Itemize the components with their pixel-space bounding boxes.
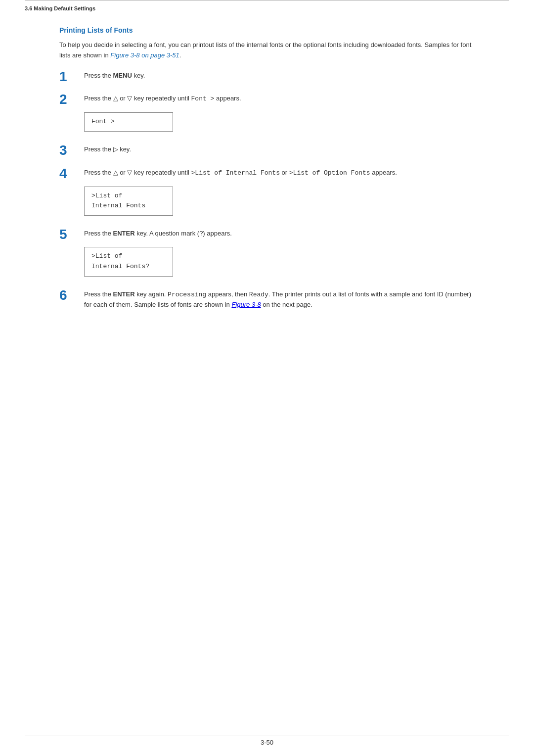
section-title: Printing Lists of Fonts [59,26,475,34]
step-3-content: Press the ▷ key. [84,144,475,159]
step-5-display-box: >List of Internal Fonts? [84,247,173,277]
content-area: Printing Lists of Fonts To help you deci… [59,26,475,314]
section-label: 3.6 Making Default Settings [25,5,95,11]
step-5-display-line-2: Internal Fonts? [91,262,166,272]
step-6-content: Press the ENTER key again. Processing ap… [84,289,475,315]
intro-paragraph: To help you decide in selecting a font, … [59,40,475,61]
step-1-content: Press the MENU key. [84,71,475,85]
step-4-mono1: >List of Internal Fonts [191,169,280,177]
intro-text-after: . [179,51,181,59]
step-5-number: 5 [59,228,84,241]
step-5-content: Press the ENTER key. A question mark (?)… [84,229,475,280]
steps-container: 1 Press the MENU key. 2 Press the △ or ▽… [59,71,475,315]
step-4-row: 4 Press the △ or ▽ key repeatedly until … [59,168,475,220]
step-3-text: Press the ▷ key. [84,144,475,155]
step-6-number: 6 [59,288,84,302]
step-2-number: 2 [59,93,84,106]
step-4-mono2: >List of Option Fonts [289,169,370,177]
page-number: 3-50 [0,739,534,746]
step-2-mono: Font > [191,95,215,102]
step-4-display-line-1: >List of [91,191,166,201]
step-1-number: 1 [59,70,84,84]
step-4-number: 4 [59,167,84,181]
step-6-row: 6 Press the ENTER key again. Processing … [59,289,475,315]
step-1-text: Press the MENU key. [84,71,475,81]
figure-link-intro[interactable]: Figure 3-8 on page 3-51 [110,51,179,59]
top-rule [25,0,509,5]
step-6-bold: ENTER [113,290,135,298]
step-4-text: Press the △ or ▽ key repeatedly until >L… [84,168,475,179]
step-4-display-box: >List of Internal Fonts [84,187,173,216]
step-1-row: 1 Press the MENU key. [59,71,475,85]
page-container: 3.6 Making Default Settings Printing Lis… [0,0,534,756]
step-5-bold: ENTER [113,230,135,237]
step-4-content: Press the △ or ▽ key repeatedly until >L… [84,168,475,220]
step-2-text: Press the △ or ▽ key repeatedly until Fo… [84,94,475,104]
step-1-bold: MENU [113,72,132,79]
step-5-text: Press the ENTER key. A question mark (?)… [84,229,475,239]
step-5-row: 5 Press the ENTER key. A question mark (… [59,229,475,280]
figure-link-step6[interactable]: Figure 3-8 [231,301,261,308]
bottom-rule [25,736,509,736]
section-header: 3.6 Making Default Settings [25,5,509,26]
step-3-number: 3 [59,143,84,157]
step-3-row: 3 Press the ▷ key. [59,144,475,159]
step-6-mono2: Ready [249,291,268,298]
step-5-display-line-1: >List of [91,251,166,262]
step-6-mono1: Processing [168,291,206,298]
step-2-row: 2 Press the △ or ▽ key repeatedly until … [59,94,475,136]
step-6-text: Press the ENTER key again. Processing ap… [84,289,475,311]
display-line-1: Font > [91,117,166,127]
step-2-content: Press the △ or ▽ key repeatedly until Fo… [84,94,475,136]
step-2-display-box: Font > [84,112,173,132]
step-4-display-line-2: Internal Fonts [91,201,166,211]
